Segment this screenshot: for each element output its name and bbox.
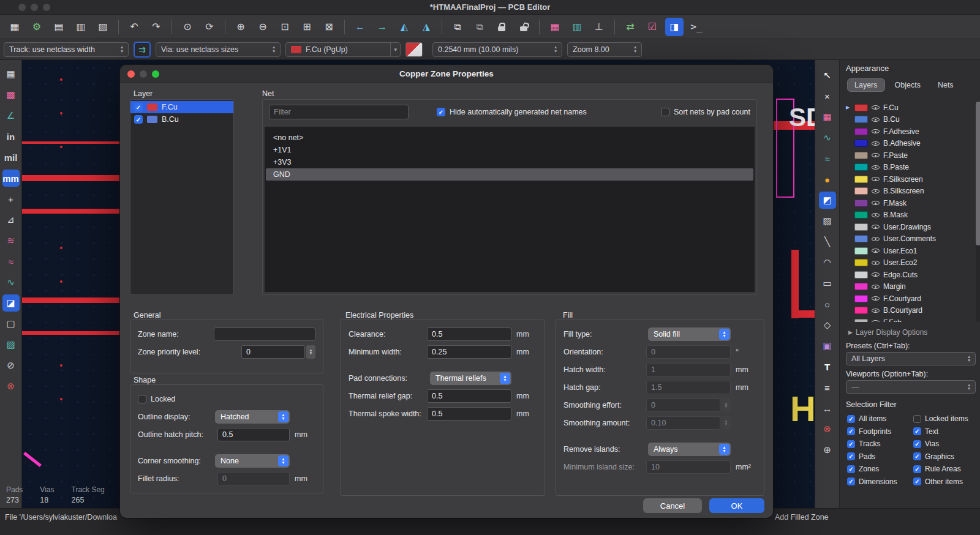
appearance-layer-row[interactable]: F.Adhesive xyxy=(842,125,962,138)
drc-icon[interactable]: ☑ xyxy=(643,18,662,36)
selection-filter-item[interactable]: Locked items xyxy=(913,414,980,424)
visibility-eye-icon[interactable] xyxy=(872,283,880,291)
appearance-layer-row[interactable]: Edge.Cuts xyxy=(842,269,962,281)
draw-line-icon[interactable]: ╲ xyxy=(819,233,836,250)
zone-outline-mode-icon[interactable]: ▢ xyxy=(2,315,20,332)
selection-filter-checkbox[interactable] xyxy=(913,465,921,473)
polar-coordinates-icon[interactable]: ∠ xyxy=(2,107,20,124)
locked-checkbox[interactable]: Locked xyxy=(138,395,175,403)
scripting-console-icon[interactable]: >_ xyxy=(687,18,706,36)
appearance-layer-row[interactable]: B.Paste xyxy=(842,162,962,174)
selection-filter-item[interactable]: Tracks xyxy=(847,439,913,449)
layer-color-swatch[interactable] xyxy=(854,247,868,255)
layer-color-swatch[interactable] xyxy=(854,271,868,279)
corner-smoothing-select[interactable]: None xyxy=(215,454,290,468)
add-filled-zone-icon[interactable]: ◩ xyxy=(819,192,836,209)
visibility-eye-icon[interactable] xyxy=(872,318,880,322)
layer-color-swatch[interactable] xyxy=(854,307,868,314)
viewports-select[interactable]: — xyxy=(846,380,976,394)
draw-polygon-icon[interactable]: ◇ xyxy=(819,316,836,334)
save-icon[interactable]: ▦ xyxy=(6,18,24,36)
zoom-fit-objects-icon[interactable]: ⊞ xyxy=(298,18,316,36)
appearance-layer-row[interactable]: F.Paste xyxy=(842,149,962,162)
find-icon[interactable]: ⊙ xyxy=(178,18,197,36)
selection-filter-checkbox[interactable] xyxy=(913,452,921,460)
layer-color-swatch[interactable] xyxy=(854,116,868,123)
plot-icon[interactable]: ▨ xyxy=(94,18,112,36)
hatch-pitch-input[interactable] xyxy=(217,428,290,441)
layer-pair-indicator[interactable] xyxy=(405,42,423,57)
visibility-eye-icon[interactable] xyxy=(872,116,880,124)
appearance-layer-row[interactable]: F.Courtyard xyxy=(842,293,962,305)
zoom-in-icon[interactable]: ⊕ xyxy=(232,18,250,36)
route-tracks-icon[interactable]: × xyxy=(819,88,836,105)
layer-color-swatch[interactable] xyxy=(854,223,868,231)
visibility-eye-icon[interactable] xyxy=(872,199,880,207)
ratsnest-visibility-icon[interactable]: ⊿ xyxy=(2,211,20,228)
cancel-button[interactable]: Cancel xyxy=(643,498,702,513)
track-outline-mode-icon[interactable]: ⊗ xyxy=(2,378,20,395)
tab-layers[interactable]: Layers xyxy=(847,78,885,92)
visibility-eye-icon[interactable] xyxy=(872,163,880,171)
add-rule-area-icon[interactable]: ▨ xyxy=(819,212,836,230)
print-icon[interactable]: ▥ xyxy=(72,18,90,36)
visibility-eye-icon[interactable] xyxy=(872,175,880,183)
zoom-select[interactable]: Zoom 8.00 xyxy=(567,42,642,57)
visibility-eye-icon[interactable] xyxy=(872,151,880,159)
visibility-eye-icon[interactable] xyxy=(872,259,880,267)
selection-filter-checkbox[interactable] xyxy=(847,477,855,485)
add-dimension-icon[interactable]: ↔ xyxy=(819,400,836,417)
drill-origin-icon[interactable]: ⊥ xyxy=(590,18,608,36)
visibility-eye-icon[interactable] xyxy=(872,247,880,255)
net-list-item[interactable]: <no net> xyxy=(266,132,753,144)
visibility-eye-icon[interactable] xyxy=(872,140,880,148)
visibility-eye-icon[interactable] xyxy=(872,223,880,231)
add-text-icon[interactable]: T xyxy=(819,358,836,375)
clearance-input[interactable] xyxy=(427,327,511,341)
appearance-layer-row[interactable]: B.Mask xyxy=(842,209,962,222)
selection-filter-item[interactable]: Dimensions xyxy=(847,477,913,487)
draw-circle-icon[interactable]: ○ xyxy=(819,296,836,313)
units-mm-icon[interactable]: mm xyxy=(2,170,20,187)
net-list-item[interactable]: +1V1 xyxy=(266,144,753,156)
appearance-layer-row[interactable]: B.Courtyard xyxy=(842,305,962,317)
layer-color-swatch[interactable] xyxy=(854,211,868,219)
crosshair-cursor-icon[interactable]: + xyxy=(2,190,20,208)
add-via-icon[interactable]: ● xyxy=(819,171,836,188)
selection-filter-item[interactable]: Rule Areas xyxy=(913,464,980,474)
hide-auto-nets-checkbox[interactable]: Hide automatically generated net names xyxy=(437,108,587,116)
units-inches-icon[interactable]: in xyxy=(2,128,20,145)
draw-rectangle-icon[interactable]: ▭ xyxy=(819,275,836,292)
layer-color-swatch[interactable] xyxy=(854,128,868,135)
layer-color-swatch[interactable] xyxy=(854,140,868,147)
appearance-layer-row[interactable]: F.Silkscreen xyxy=(842,173,962,185)
layer-row[interactable]: F.Cu xyxy=(130,101,233,113)
page-settings-icon[interactable]: ▤ xyxy=(50,18,68,36)
appearance-layer-row[interactable]: User.Eco1 xyxy=(842,245,962,257)
selection-filter-item[interactable]: Vias xyxy=(913,439,980,449)
net-highlight-icon[interactable]: ≈ xyxy=(2,253,20,270)
refresh-view-icon[interactable]: ⟳ xyxy=(200,18,219,36)
layer-color-swatch[interactable] xyxy=(854,319,868,322)
appearance-layer-row[interactable]: User.Comments xyxy=(842,233,962,245)
appearance-layer-row[interactable]: B.Silkscreen xyxy=(842,185,962,198)
layer-row[interactable]: B.Cu xyxy=(130,113,233,125)
zoom-selection-icon[interactable]: ⊠ xyxy=(320,18,338,36)
add-footprint-icon[interactable]: ▦ xyxy=(819,108,836,125)
selection-filter-item[interactable]: Graphics xyxy=(913,452,980,462)
selection-filter-item[interactable]: Text xyxy=(913,427,980,436)
add-image-icon[interactable]: ▣ xyxy=(819,337,836,354)
sort-nets-checkbox[interactable]: Sort nets by pad count xyxy=(661,108,750,116)
appearance-layer-row[interactable]: Margin xyxy=(842,281,962,293)
appearance-layer-row[interactable]: User.Drawings xyxy=(842,221,962,233)
pad-connections-select[interactable]: Thermal reliefs xyxy=(430,372,511,385)
appearance-layer-row[interactable]: ▶F.Cu xyxy=(842,102,962,114)
outline-display-select[interactable]: Hatched xyxy=(215,410,290,424)
presets-select[interactable]: All Layers xyxy=(846,352,976,365)
tab-objects[interactable]: Objects xyxy=(888,78,928,92)
via-size-select[interactable]: Via: use netclass sizes xyxy=(156,42,281,57)
zone-hatch-mode-icon[interactable]: ▨ xyxy=(2,336,20,353)
remove-islands-select[interactable]: Always xyxy=(648,443,731,456)
selection-filter-checkbox[interactable] xyxy=(913,427,921,435)
pad-outline-mode-icon[interactable]: ⊘ xyxy=(2,357,20,374)
